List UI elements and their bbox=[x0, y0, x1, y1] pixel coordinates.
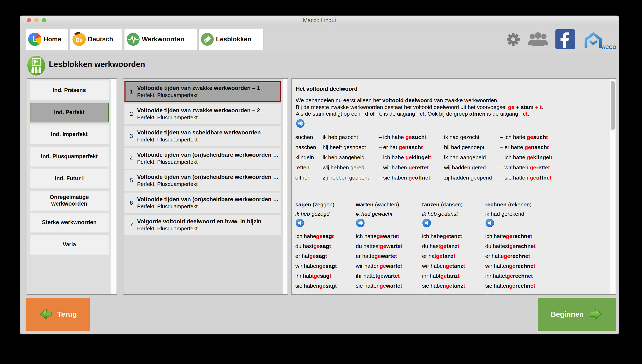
conjugation-row: sie hatten gerechnet bbox=[485, 281, 608, 291]
content-scrollbar-thumb[interactable] bbox=[611, 81, 615, 130]
example-row: klingeln ik heb aangebeld – ich habe gek… bbox=[295, 152, 610, 162]
lesson-item[interactable]: 6 Voltooide tijden van (on)scheidbare we… bbox=[124, 192, 281, 213]
example-de-pluperfect: – ich hatte geklingelt bbox=[500, 154, 610, 161]
lesson-number: 1 bbox=[125, 88, 137, 95]
conjugation-row: ihr habt gesagt bbox=[295, 271, 356, 281]
example-verb: naschen bbox=[295, 144, 323, 150]
intro-line: Als de stam eindigt op een –d of –t, is … bbox=[296, 110, 543, 117]
lesson-item[interactable]: 3 Voltooide tijden van scheidbare werkwo… bbox=[124, 126, 281, 146]
example-nl-perfect: ik heb gezocht bbox=[323, 134, 379, 140]
nav-button-werkwoorden[interactable]: Werkwoorden bbox=[124, 28, 197, 50]
nav-button-deutsch[interactable]: De Deutsch bbox=[70, 28, 122, 50]
lesson-item[interactable]: 2 Voltooide tijden van zwakke werkwoorde… bbox=[124, 104, 281, 124]
tense-list: Ind. Präsens Ind. Perfekt Ind. Imperfekt… bbox=[27, 79, 117, 257]
paradigm-rows: ich hatte gewartetdu hattest gewarteter … bbox=[356, 231, 422, 295]
conjugation-row: du hast gesagt bbox=[295, 241, 356, 251]
lesson-item[interactable]: 1 Voltooide tijden van zwakke werkwoorde… bbox=[124, 81, 281, 102]
titlebar: Macco Lingui bbox=[20, 16, 619, 25]
users-icon[interactable] bbox=[527, 31, 549, 47]
gear-icon[interactable] bbox=[506, 32, 521, 47]
conjugation-row: wir haben gesagt bbox=[295, 261, 356, 271]
sidebar-scrollbar[interactable] bbox=[110, 79, 116, 294]
paradigm-rows: ich hatte gerechnetdu hattest gerechnete… bbox=[485, 231, 608, 295]
sidebar-item[interactable]: Ind. Präsens bbox=[30, 80, 109, 100]
content-scrollbar[interactable] bbox=[610, 79, 615, 294]
paradigm-example: ik heb gedanst bbox=[422, 211, 458, 217]
lesson-subtitle: Perfekt, Plusquamperfekt bbox=[137, 159, 279, 165]
paradigm-column: tanzen (dansen) ik heb gedanst ich habe … bbox=[422, 200, 485, 295]
example-nl-pluperfect: zij hadden geopend bbox=[444, 174, 500, 181]
speaker-icon[interactable] bbox=[296, 119, 305, 128]
nav-button-lesblokken[interactable]: Lesblokken bbox=[198, 28, 264, 50]
example-nl-pluperfect: hij had gesnoept bbox=[444, 144, 500, 150]
paradigm-example: ik had gewacht bbox=[356, 211, 392, 217]
lesson-text: Volgorde voltooid deelwoord en hww. in b… bbox=[137, 218, 261, 232]
german-de-icon: De bbox=[73, 33, 86, 46]
nav-button-home[interactable]: L Home bbox=[26, 28, 69, 50]
conjugation-row: ihr hattet gerechnet bbox=[485, 271, 608, 281]
window-title: Macco Lingui bbox=[20, 17, 619, 24]
conjugation-row: wir hatten gewartet bbox=[356, 261, 422, 271]
facebook-icon[interactable] bbox=[555, 29, 575, 49]
conjugation-row: wir haben getanzt bbox=[422, 261, 485, 271]
example-nl-perfect: zij hebben geopend bbox=[323, 174, 379, 181]
lesson-text: Voltooide tijden van zwakke werkwoorden … bbox=[137, 85, 260, 98]
sidebar-item[interactable]: Sterke werkwoorden bbox=[30, 212, 109, 232]
speaker-icon[interactable] bbox=[485, 218, 494, 228]
conjugation-row: Sie haben getanzt bbox=[422, 291, 485, 295]
begin-button[interactable]: Beginnen bbox=[538, 298, 616, 331]
example-de-pluperfect: – sie hatten geöffnet bbox=[500, 174, 610, 181]
sidebar-item[interactable]: Ind. Plusquamperfekt bbox=[30, 147, 109, 166]
lesson-text: Voltooide tijden van (on)scheidbare werk… bbox=[137, 174, 279, 188]
app-logo-icon: L bbox=[28, 33, 41, 46]
example-verb: suchen bbox=[295, 134, 323, 140]
lesson-subtitle: Perfekt, Plusquamperfekt bbox=[137, 92, 260, 98]
lesson-title: Voltooide tijden van zwakke werkwoorden … bbox=[137, 85, 260, 92]
lesson-number: 3 bbox=[125, 133, 137, 140]
example-row: retten wij hebben gered – wir haben gere… bbox=[295, 162, 610, 173]
lesson-list-scrollbar[interactable] bbox=[283, 79, 287, 294]
nav-button-label: Werkwoorden bbox=[142, 36, 184, 43]
conjugation-row: du hattest gerechnet bbox=[485, 241, 608, 251]
tense-sidebar: Ind. Präsens Ind. Perfekt Ind. Imperfekt… bbox=[27, 78, 117, 295]
lesson-number: 4 bbox=[125, 155, 137, 162]
example-de-perfect: – ich habe geklingelt bbox=[379, 154, 444, 161]
sidebar-item[interactable]: Ind. Futur I bbox=[30, 168, 109, 188]
lesson-item[interactable]: 7 Volgorde voltooid deelwoord en hww. in… bbox=[124, 215, 281, 235]
back-button[interactable]: Terug bbox=[26, 298, 90, 331]
example-de-perfect: – wir haben gerettet bbox=[379, 164, 444, 171]
conjugation-row: er hat gesagt bbox=[295, 251, 356, 261]
paradigm-column: warten (wachten) ik had gewacht ich hatt… bbox=[356, 200, 422, 295]
sidebar-item[interactable]: Ind. Imperfekt bbox=[30, 124, 109, 144]
speaker-icon[interactable] bbox=[295, 218, 304, 228]
lesson-number: 2 bbox=[125, 111, 137, 117]
lesson-subtitle: Perfekt, Plusquamperfekt bbox=[137, 181, 279, 188]
example-nl-perfect: ik heb aangebeld bbox=[323, 154, 379, 161]
conjugation-row: er hatte gewartet bbox=[356, 251, 422, 261]
lesson-title: Voltooide tijden van zwakke werkwoorden … bbox=[137, 107, 260, 114]
sidebar-item[interactable]: Varia bbox=[30, 235, 109, 254]
sidebar-item-label: Sterke werkwoorden bbox=[42, 219, 97, 226]
lesson-preview-panel: Het voltooid deelwoord We behandelen nu … bbox=[291, 78, 616, 295]
example-nl-perfect: wij hebben gered bbox=[323, 164, 379, 171]
sidebar-item[interactable]: Ind. Perfekt bbox=[30, 102, 109, 122]
sidebar-item[interactable]: Onregelmatige werkwoorden bbox=[30, 191, 109, 210]
conjugation-row: Sie hatten gewartet bbox=[356, 291, 422, 295]
page-header: Lesblokken werkwoorden bbox=[20, 52, 619, 78]
conjugation-row: du hast getanzt bbox=[422, 241, 485, 251]
example-de-perfect: – er hat genascht bbox=[379, 144, 444, 150]
lesson-item[interactable]: 4 Voltooide tijden van (on)scheidbare we… bbox=[124, 148, 281, 169]
speaker-icon[interactable] bbox=[356, 218, 365, 228]
conjugation-row: du hattest gewartet bbox=[356, 241, 422, 251]
lesson-item[interactable]: 5 Voltooide tijden van (on)scheidbare we… bbox=[124, 170, 281, 191]
toolbar: L Home De Deutsch Werkwoorden bbox=[20, 25, 619, 53]
lesson-text: Voltooide tijden van (on)scheidbare werk… bbox=[137, 152, 279, 165]
example-de-pluperfect: – er hatte genascht bbox=[500, 144, 610, 150]
pulse-icon bbox=[127, 33, 140, 46]
example-row: öffnen zij hebben geopend – sie haben ge… bbox=[295, 173, 610, 183]
example-de-pluperfect: – wir hatten gerettet bbox=[500, 164, 610, 171]
lesson-title: Voltooide tijden van (on)scheidbare werk… bbox=[137, 152, 279, 158]
example-row: suchen ik heb gezocht – ich habe gesucht… bbox=[295, 132, 610, 142]
speaker-icon[interactable] bbox=[422, 218, 431, 228]
macco-logo[interactable]: ACCO bbox=[581, 29, 616, 50]
